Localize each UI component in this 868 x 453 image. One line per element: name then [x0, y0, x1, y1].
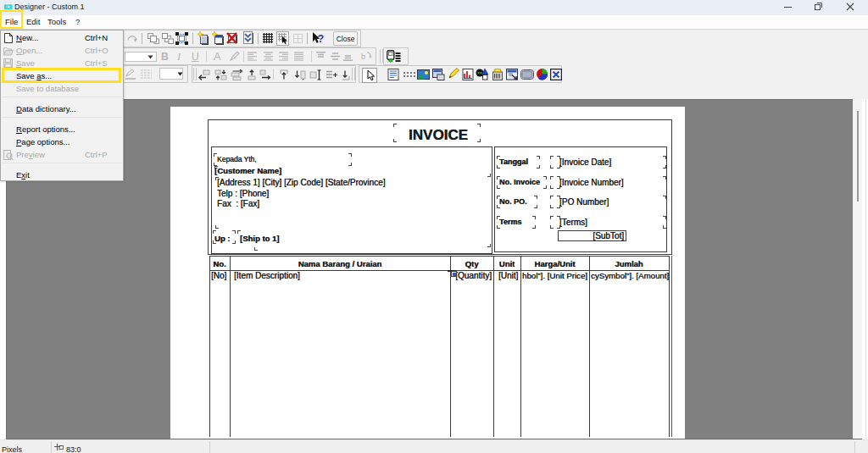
svg-text:b: b	[361, 52, 365, 61]
svg-text:?: ?	[318, 33, 325, 45]
